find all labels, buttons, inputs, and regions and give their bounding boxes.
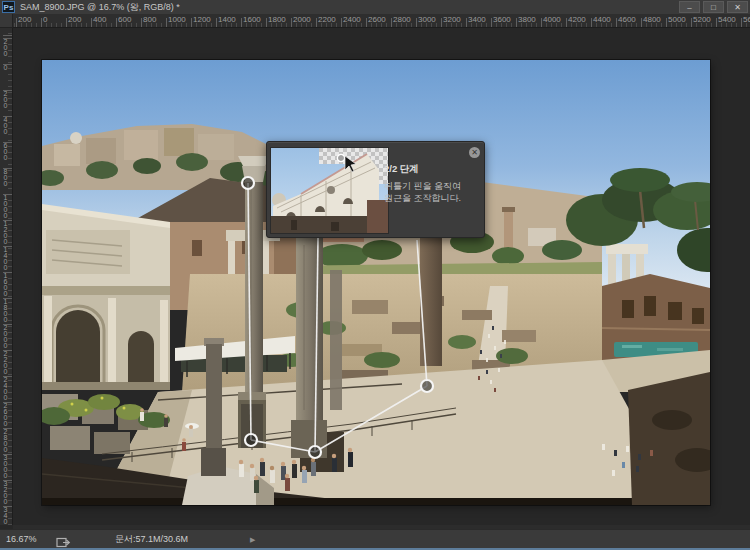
minimize-button[interactable]: –: [679, 1, 700, 13]
close-icon[interactable]: ✕: [469, 147, 480, 158]
h-ruler-label: 2000: [293, 15, 311, 24]
h-ruler-label: 4400: [593, 15, 611, 24]
v-ruler-label: 4 0 0: [0, 117, 11, 135]
h-ruler-label: 4800: [643, 15, 661, 24]
v-ruler-label: 2 2 0 0: [0, 351, 11, 375]
v-ruler-label: 1 6 0 0: [0, 273, 11, 297]
v-ruler-label: 1 4 0 0: [0, 247, 11, 271]
tutorial-tooltip: 2/2 단계 뒤틀기 핀을 움직여 원근을 조작합니다. ✕: [266, 141, 485, 238]
thumbnail-warp-pin: [338, 155, 345, 162]
warp-pin-bottom-middle[interactable]: [309, 446, 321, 458]
status-menu-arrow[interactable]: ▶: [250, 534, 255, 545]
horizontal-ruler[interactable]: 2000200400600800100012001400160018002000…: [13, 14, 750, 28]
h-ruler-label: 1400: [218, 15, 236, 24]
status-bar: 16.67% 문서:57.1M/30.6M ▶: [0, 529, 750, 548]
zoom-level-field[interactable]: 16.67%: [4, 533, 52, 546]
v-ruler-label: 3 0 0 0: [0, 455, 11, 479]
h-ruler-label: 3800: [518, 15, 536, 24]
warp-pin-right[interactable]: [421, 380, 433, 392]
tutorial-step-label: 2/2 단계: [384, 163, 482, 176]
document-title: SAM_8900.JPG @ 16.7% (왕, RGB/8) *: [20, 1, 180, 14]
v-ruler-label: 3 4 0 0: [0, 507, 11, 525]
foreground-column-bg: [330, 270, 342, 410]
h-ruler-label: 3600: [493, 15, 511, 24]
photoshop-logo-icon: Ps: [2, 1, 15, 13]
h-ruler-label: 1600: [243, 15, 261, 24]
h-ruler-label: 4200: [568, 15, 586, 24]
triumphal-arch: [42, 204, 170, 390]
v-ruler-label: 2 0 0 0: [0, 325, 11, 349]
h-ruler-label: 2400: [343, 15, 361, 24]
v-ruler-label: 2 0 0: [0, 91, 11, 109]
photoshop-window: Ps SAM_8900.JPG @ 16.7% (왕, RGB/8) * – □…: [0, 0, 750, 550]
foreground-column-2: [291, 238, 327, 458]
h-ruler-label: 2800: [393, 15, 411, 24]
vertical-ruler[interactable]: 2 0 002 0 04 0 06 0 08 0 01 0 0 01 2 0 0…: [0, 28, 13, 525]
v-ruler-label: 2 4 0 0: [0, 377, 11, 401]
v-ruler-label: 1 0 0 0: [0, 195, 11, 219]
h-ruler-label: 200: [68, 15, 81, 24]
h-ruler-label: 4600: [618, 15, 636, 24]
h-ruler-label: 56: [743, 15, 750, 24]
document-size-info: 문서:57.1M/30.6M: [115, 533, 188, 546]
maximize-button[interactable]: □: [703, 1, 724, 13]
v-ruler-label: 2 8 0 0: [0, 429, 11, 453]
tutorial-body-text: 뒤틀기 핀을 움직여 원근을 조작합니다.: [384, 180, 484, 204]
h-ruler-label: 5000: [668, 15, 686, 24]
h-ruler-label: 3000: [418, 15, 436, 24]
v-ruler-label: 6 0 0: [0, 143, 11, 161]
h-ruler-label: 5200: [693, 15, 711, 24]
v-ruler-label: 8 0 0: [0, 169, 11, 187]
title-bar: Ps SAM_8900.JPG @ 16.7% (왕, RGB/8) * – □…: [0, 0, 750, 15]
h-ruler-label: 1200: [193, 15, 211, 24]
h-ruler-label: 2600: [368, 15, 386, 24]
h-ruler-label: 600: [118, 15, 131, 24]
tutorial-thumbnail: [271, 148, 388, 233]
h-ruler-label: 3200: [443, 15, 461, 24]
h-ruler-label: 200: [18, 15, 31, 24]
warp-pin-bottom-left[interactable]: [245, 434, 257, 446]
h-ruler-label: 400: [93, 15, 106, 24]
warp-pin-top-left[interactable]: [242, 177, 254, 189]
v-ruler-label: 0: [0, 65, 11, 71]
h-ruler-label: 4000: [543, 15, 561, 24]
h-ruler-label: 3400: [468, 15, 486, 24]
h-ruler-label: 2200: [318, 15, 336, 24]
close-button[interactable]: ✕: [727, 1, 748, 13]
window-controls: – □ ✕: [679, 1, 748, 13]
v-ruler-label: 1 2 0 0: [0, 221, 11, 245]
h-ruler-label: 5400: [718, 15, 736, 24]
v-ruler-label: 1 8 0 0: [0, 299, 11, 323]
document-canvas-photo[interactable]: [42, 60, 710, 505]
ruler-origin-corner[interactable]: [0, 14, 13, 28]
h-ruler-label: 1000: [168, 15, 186, 24]
v-ruler-label: 2 0 0: [0, 39, 11, 57]
h-ruler-label: 0: [43, 15, 47, 24]
h-ruler-label: 800: [143, 15, 156, 24]
v-ruler-label: 2 6 0 0: [0, 403, 11, 427]
h-ruler-label: 1800: [268, 15, 286, 24]
foreground-column-3: [420, 238, 442, 366]
v-ruler-label: 3 2 0 0: [0, 481, 11, 505]
